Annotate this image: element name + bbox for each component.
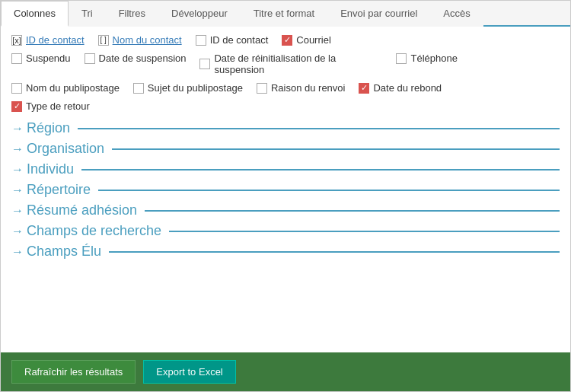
chk-box-sujet-publipostage xyxy=(133,83,144,94)
arrow-champs-recherche: → xyxy=(11,225,24,238)
line-champs-recherche xyxy=(169,231,560,232)
label-organisation: Organisation xyxy=(27,141,104,157)
chk-type-retour[interactable]: ✓ Type de retour xyxy=(11,100,90,112)
chk-suspendu[interactable]: Suspendu xyxy=(11,53,71,64)
content-area: [x] ID de contact [ ] Nom du contact ID … xyxy=(1,27,570,352)
line-organisation xyxy=(112,148,560,150)
chk-box-suspendu xyxy=(11,53,22,64)
chk-label-telephone: Téléphone xyxy=(410,53,457,64)
tab-colonnes[interactable]: Colonnes xyxy=(1,1,69,27)
chk-box-id-contact-1: [x] xyxy=(11,35,22,46)
label-region: Région xyxy=(27,120,70,136)
chk-id-contact-1[interactable]: [x] ID de contact xyxy=(11,34,85,46)
line-region xyxy=(78,128,560,129)
chk-box-date-rebond: ✓ xyxy=(359,83,369,94)
chk-nom-contact[interactable]: [ ] Nom du contact xyxy=(98,34,182,46)
label-champs-elu: Champs Élu xyxy=(27,244,101,260)
group-champs-recherche[interactable]: → Champs de recherche xyxy=(11,223,560,239)
label-individu: Individu xyxy=(27,161,74,177)
chk-label-nom-publipostage: Nom du publipostage xyxy=(26,82,120,94)
group-organisation[interactable]: → Organisation xyxy=(11,141,560,157)
checkbox-row-1: [x] ID de contact [ ] Nom du contact ID … xyxy=(11,34,560,49)
line-repertoire xyxy=(98,190,560,191)
tab-developpeur[interactable]: Développeur xyxy=(158,1,241,27)
chk-telephone[interactable]: Téléphone xyxy=(396,53,457,64)
tab-envoi-courriel[interactable]: Envoi par courriel xyxy=(327,1,430,27)
groups-container: → Région → Organisation → Individu → Rép… xyxy=(11,120,560,260)
arrow-repertoire: → xyxy=(11,183,24,197)
line-individu xyxy=(81,169,560,171)
chk-label-type-retour: Type de retour xyxy=(26,100,90,112)
arrow-individu: → xyxy=(11,163,24,177)
group-individu[interactable]: → Individu xyxy=(11,161,560,177)
label-resume-adhesion: Résumé adhésion xyxy=(27,202,137,218)
chk-date-rebond[interactable]: ✓ Date du rebond xyxy=(359,82,442,94)
tab-bar: Colonnes Tri Filtres Développeur Titre e… xyxy=(1,1,570,27)
arrow-champs-elu: → xyxy=(11,245,24,259)
chk-box-date-suspension xyxy=(85,53,95,64)
chk-label-raison-renvoi: Raison du renvoi xyxy=(271,82,346,94)
tab-titre-format[interactable]: Titre et format xyxy=(241,1,327,27)
checkbox-row-4: ✓ Type de retour xyxy=(11,100,560,116)
line-champs-elu xyxy=(109,251,560,253)
chk-box-nom-contact: [ ] xyxy=(98,35,109,46)
tab-filtres[interactable]: Filtres xyxy=(106,1,158,27)
label-champs-recherche: Champs de recherche xyxy=(27,223,161,239)
chk-raison-renvoi[interactable]: Raison du renvoi xyxy=(257,82,346,94)
chk-label-id-contact-2: ID de contact xyxy=(210,34,269,46)
chk-label-courriel: Courriel xyxy=(296,34,331,46)
chk-label-date-rebond: Date du rebond xyxy=(373,82,442,94)
tab-tri[interactable]: Tri xyxy=(69,1,106,27)
line-resume-adhesion xyxy=(145,210,560,212)
chk-label-date-suspension: Date de suspension xyxy=(99,53,187,64)
checkbox-row-2: Suspendu Date de suspension Date de réin… xyxy=(11,53,560,79)
chk-box-id-contact-2 xyxy=(196,35,206,46)
label-repertoire: Répertoire xyxy=(27,182,91,198)
chk-box-raison-renvoi xyxy=(257,83,267,94)
arrow-region: → xyxy=(11,122,24,135)
group-region[interactable]: → Région xyxy=(11,120,560,136)
group-champs-elu[interactable]: → Champs Élu xyxy=(11,244,560,260)
chk-label-suspendu: Suspendu xyxy=(26,53,71,64)
chk-id-contact-2[interactable]: ID de contact xyxy=(196,34,269,46)
tab-acces[interactable]: Accès xyxy=(430,1,483,27)
arrow-organisation: → xyxy=(11,142,24,156)
chk-label-sujet-publipostage: Sujet du publipostage xyxy=(148,82,243,94)
chk-label-date-reinit: Date de réinitialisation de la suspensio… xyxy=(214,53,382,75)
main-container: Colonnes Tri Filtres Développeur Titre e… xyxy=(0,0,571,392)
checkbox-row-3: Nom du publipostage Sujet du publipostag… xyxy=(11,82,560,97)
chk-box-nom-publipostage xyxy=(11,83,22,94)
chk-courriel[interactable]: ✓ Courriel xyxy=(282,34,331,46)
refresh-button[interactable]: Rafraîchir les résultats xyxy=(11,360,136,384)
chk-box-date-reinit xyxy=(199,59,210,69)
export-button[interactable]: Export to Excel xyxy=(143,360,235,384)
chk-sujet-publipostage[interactable]: Sujet du publipostage xyxy=(133,82,243,94)
chk-box-type-retour: ✓ xyxy=(11,101,22,112)
arrow-resume-adhesion: → xyxy=(11,204,24,218)
group-repertoire[interactable]: → Répertoire xyxy=(11,182,560,198)
chk-label-nom-contact[interactable]: Nom du contact xyxy=(113,34,182,46)
chk-nom-publipostage[interactable]: Nom du publipostage xyxy=(11,82,120,94)
chk-box-telephone xyxy=(396,53,407,64)
group-resume-adhesion[interactable]: → Résumé adhésion xyxy=(11,202,560,218)
chk-date-reinit[interactable]: Date de réinitialisation de la suspensio… xyxy=(199,53,382,75)
chk-box-courriel: ✓ xyxy=(282,35,292,46)
footer: Rafraîchir les résultats Export to Excel xyxy=(1,352,570,391)
chk-date-suspension[interactable]: Date de suspension xyxy=(85,53,187,64)
chk-label-id-contact-1[interactable]: ID de contact xyxy=(26,34,85,46)
